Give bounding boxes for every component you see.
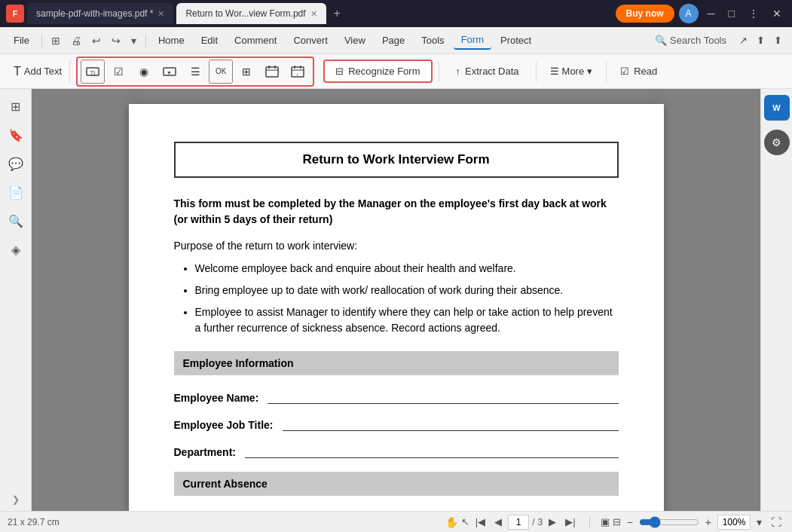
status-bar: 21 x 29.7 cm ✋ ↖ |◀ ◀ / 3 ▶ ▶| ▣ ⊟ − + ▾… [0,511,792,532]
right-sidebar: W ⚙ [760,89,792,511]
panel-icon[interactable]: ⊞ [47,32,65,50]
zoom-in-button[interactable]: + [702,516,714,528]
pdf-field-row-dept: Department: [174,445,619,458]
more-chevron-icon: ▾ [587,66,592,77]
sidebar-comment-icon[interactable]: 💬 [5,152,27,175]
close-button[interactable]: ✕ [768,8,786,20]
print-icon[interactable]: 🖨 [66,32,86,50]
title-bar: F sample-pdf-with-images.pdf * ✕ Return … [0,0,792,27]
options-button[interactable]: ⋮ [744,8,763,20]
pdf-intro: This form must be completed by the Manag… [174,196,619,228]
sidebar-bookmark-icon[interactable]: 🔖 [5,124,27,146]
pdf-viewer[interactable]: Return to Work Interview Form This form … [32,89,760,511]
sidebar-expand-button[interactable]: ❯ [12,494,20,505]
menu-file[interactable]: File [6,32,37,49]
new-tab-button[interactable]: + [329,7,345,20]
settings-button[interactable]: ⚙ [764,130,790,155]
toolbar-right: ⊟ Recognize Form ↑ Extract Data ☰ More ▾… [323,60,665,83]
expand-icon[interactable]: ⬆ [770,33,786,47]
pdf-field-line-name[interactable] [268,390,618,404]
menu-home[interactable]: Home [151,32,192,49]
fit-page-icon[interactable]: ▣ [601,516,610,527]
fit-dropdown-button[interactable]: ▾ [754,516,765,528]
pdf-section-absence: Current Absence [174,472,619,496]
hand-cursor-icon[interactable]: ✋ [445,516,458,528]
pdf-field-row-name: Employee Name: [174,390,619,404]
menu-protect[interactable]: Protect [493,32,539,49]
listbox-button[interactable]: ☰ [183,60,207,84]
menu-form[interactable]: Form [454,31,491,50]
search-tools-button[interactable]: 🔍 Search Tools [649,32,732,49]
tab-2-close[interactable]: ✕ [310,9,317,19]
sidebar-panels-icon[interactable]: ⊞ [5,95,27,118]
menu-view[interactable]: View [337,32,373,49]
menu-edit[interactable]: Edit [194,32,225,49]
first-page-button[interactable]: |◀ [472,515,488,529]
upload-icon[interactable]: ⬆ [753,33,769,47]
last-page-button[interactable]: ▶| [562,515,578,529]
dropdown-icon[interactable]: ▾ [127,32,141,50]
recognize-form-button[interactable]: ⊟ Recognize Form [323,60,432,83]
next-page-button[interactable]: ▶ [546,515,559,529]
toolbar: T Add Text T| ☑ ◉ ▼ ☰ OK ⊞ ✓ ⊟ Recognize… [0,54,792,89]
zoom-input[interactable] [717,515,751,530]
prev-page-button[interactable]: ◀ [491,515,505,529]
maximize-button[interactable]: □ [724,8,739,20]
read-checkbox-icon: ☑ [620,66,629,77]
signature-button[interactable]: ✓ [286,60,310,84]
undo-icon[interactable]: ↩ [87,32,105,50]
menu-tools[interactable]: Tools [414,32,451,49]
date-field-button[interactable] [260,60,284,84]
search-icon: 🔍 [655,35,667,46]
zoom-out-button[interactable]: − [624,516,636,528]
sidebar-search-icon[interactable]: 🔍 [5,209,27,232]
menu-convert[interactable]: Convert [286,32,335,49]
redo-icon[interactable]: ↪ [107,32,125,50]
cursor-icon[interactable]: ↖ [461,516,469,527]
pdf-field-line-dept[interactable] [245,445,619,458]
menu-comment[interactable]: Comment [227,32,284,49]
add-text-button[interactable]: T Add Text [6,60,70,83]
radio-button[interactable]: ◉ [132,60,156,84]
zoom-slider[interactable] [639,516,699,528]
buy-now-button[interactable]: Buy now [616,5,674,23]
more-label: More [562,66,585,77]
svg-text:T|: T| [90,69,96,76]
more-icon: ☰ [550,66,559,77]
pdf-section-employee-info: Employee Information [174,351,619,375]
minimize-button[interactable]: ─ [703,8,720,20]
toolbar-divider-2 [536,61,537,82]
main-area: ⊞ 🔖 💬 📄 🔍 ◈ ❯ Return to Work Interview F… [0,89,792,511]
add-text-label: Add Text [24,66,62,77]
word-export-button[interactable]: W [764,95,790,121]
checkbox-button[interactable]: ☑ [106,60,130,84]
extract-data-button[interactable]: ↑ Extract Data [445,61,530,81]
recognize-label: Recognize Form [348,66,420,77]
share-icon[interactable]: ↗ [735,33,751,47]
sidebar-pages-icon[interactable]: 📄 [5,181,27,203]
page-navigation: ✋ ↖ |◀ ◀ / 3 ▶ ▶| [445,515,579,530]
menu-page[interactable]: Page [375,32,412,49]
fullscreen-button[interactable]: ⛶ [768,516,784,528]
pdf-page: Return to Work Interview Form This form … [129,104,664,511]
button-button[interactable]: OK [209,60,233,84]
menu-bar: File ⊞ 🖨 ↩ ↪ ▾ Home Edit Comment Convert… [0,27,792,54]
text-field-button[interactable]: T| [81,60,105,84]
tab-1[interactable]: sample-pdf-with-images.pdf * ✕ [27,3,173,24]
sidebar-layers-icon[interactable]: ◈ [5,238,27,261]
pdf-bullet-2: Bring employee up to date with work/ rea… [195,283,619,298]
pdf-field-line-title[interactable] [283,417,619,431]
page-number-input[interactable] [508,515,529,530]
tab-2[interactable]: Return to Wor...view Form.pdf ✕ [176,3,326,24]
tab-1-close[interactable]: ✕ [157,9,164,19]
pdf-field-row-title: Employee Job Title: [174,417,619,431]
read-button[interactable]: ☑ Read [613,61,665,81]
avatar[interactable]: A [679,4,699,23]
pdf-field-label-name: Employee Name: [174,392,259,404]
image-field-button[interactable]: ⊞ [234,60,258,84]
fit-width-icon[interactable]: ⊟ [613,516,621,527]
more-button[interactable]: ☰ More ▾ [543,61,601,81]
dropdown-button[interactable]: ▼ [157,60,182,84]
menu-divider-2 [145,34,146,47]
extract-label: Extract Data [465,66,519,77]
